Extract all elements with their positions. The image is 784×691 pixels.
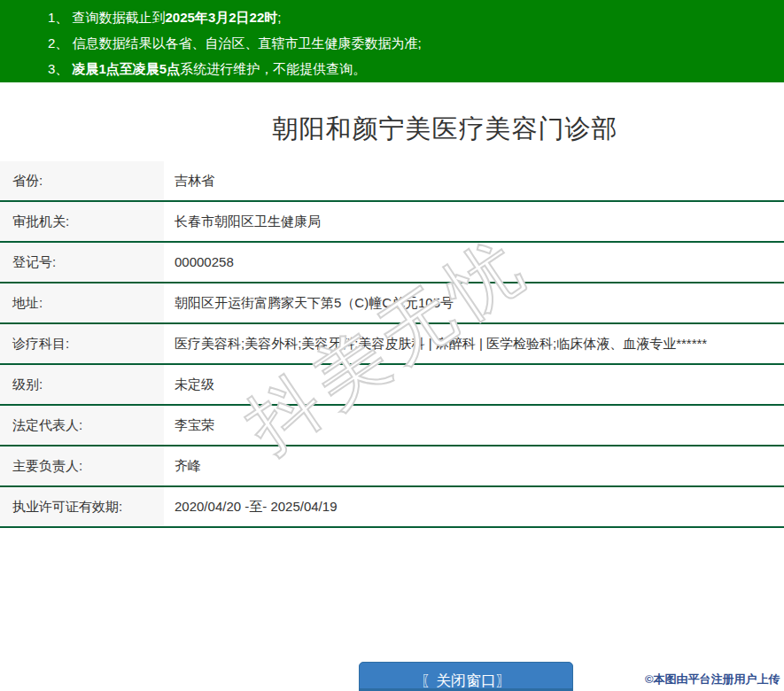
row-label: 审批机关: [0, 202, 164, 241]
table-row-address: 地址: 朝阳区开运街富腾家天下第5（C)幢C单元105号 [0, 283, 784, 324]
row-value: 朝阳区开运街富腾家天下第5（C)幢C单元105号 [164, 283, 784, 322]
row-label: 级别: [0, 365, 164, 404]
row-label: 诊疗科目: [0, 324, 164, 363]
row-label: 地址: [0, 283, 164, 322]
row-label: 法定代表人: [0, 406, 164, 445]
table-row-registration-number: 登记号: 00000258 [0, 243, 784, 283]
table-row-approval-authority: 审批机关: 长春市朝阳区卫生健康局 [0, 202, 784, 243]
row-value: 2020/04/20 -至- 2025/04/19 [164, 487, 784, 526]
row-value: 00000258 [164, 243, 784, 282]
table-row-province: 省份: 吉林省 [0, 161, 784, 202]
row-label: 执业许可证有效期: [0, 487, 164, 526]
table-row-principal: 主要负责人: 齐峰 [0, 446, 784, 487]
table-row-license-validity: 执业许可证有效期: 2020/04/20 -至- 2025/04/19 [0, 487, 784, 528]
row-label: 省份: [0, 161, 164, 200]
table-row-diagnosis-subjects: 诊疗科目: 医疗美容科;美容外科;美容牙科;美容皮肤科 | 麻醉科 | 医学检验… [0, 324, 784, 365]
notice-line-3: 3、 凌晨1点至凌晨5点系统进行维护，不能提供查询。 [48, 56, 775, 82]
row-value: 李宝荣 [164, 406, 784, 445]
notice-line-1-bold: 2025年3月2日22时 [166, 10, 278, 25]
upload-credit-watermark: ©本图由平台注册用户上传 [645, 672, 780, 687]
details-table: 省份: 吉林省 审批机关: 长春市朝阳区卫生健康局 登记号: 00000258 … [0, 161, 784, 528]
notice-line-2: 2、 信息数据结果以各省、自治区、直辖市卫生健康委数据为准; [48, 30, 775, 56]
row-value: 吉林省 [164, 161, 784, 200]
row-label: 登记号: [0, 243, 164, 282]
row-value: 医疗美容科;美容外科;美容牙科;美容皮肤科 | 麻醉科 | 医学检验科;临床体液… [164, 324, 784, 363]
close-window-button[interactable]: 〖关闭窗口〗 [359, 662, 573, 691]
row-value: 未定级 [164, 365, 784, 404]
page-title: 朝阳和颜宁美医疗美容门诊部 [0, 112, 784, 147]
table-row-level: 级别: 未定级 [0, 365, 784, 406]
row-label: 主要负责人: [0, 446, 164, 485]
notice-line-1: 1、 查询数据截止到2025年3月2日22时; [48, 4, 775, 30]
notice-line-1-suffix: ; [277, 10, 281, 25]
row-value: 长春市朝阳区卫生健康局 [164, 202, 784, 241]
notice-line-3-bold: 凌晨1点至凌晨5点 [73, 61, 181, 76]
notice-line-1-prefix: 1、 查询数据截止到 [48, 10, 166, 25]
table-row-legal-representative: 法定代表人: 李宝荣 [0, 406, 784, 446]
row-value: 齐峰 [164, 446, 784, 485]
notice-line-3-prefix: 3、 [48, 61, 73, 76]
notice-line-3-suffix: 系统进行维护，不能提供查询。 [180, 61, 366, 76]
notice-line-2-prefix: 2、 信息数据结果以各省、自治区、直辖市卫生健康委数据为准; [48, 35, 422, 50]
notice-banner: 1、 查询数据截止到2025年3月2日22时; 2、 信息数据结果以各省、自治区… [0, 0, 784, 82]
